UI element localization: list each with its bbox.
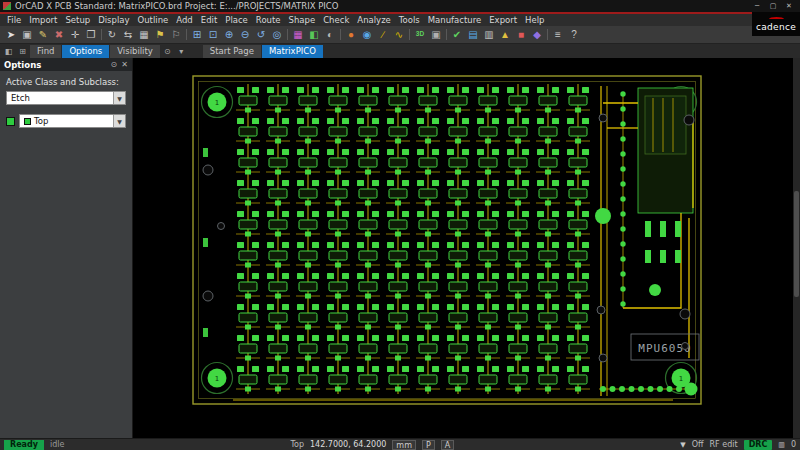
- menu-item-shape[interactable]: Shape: [285, 15, 320, 25]
- menu-item-route[interactable]: Route: [252, 15, 285, 25]
- menu-item-analyze[interactable]: Analyze: [353, 15, 395, 25]
- select-pointer-icon[interactable]: ➤: [3, 27, 19, 42]
- assign-color-icon[interactable]: ■: [513, 27, 529, 42]
- title-bar: OrCAD X PCB Standard: MatrixPICO.brd Pro…: [0, 0, 800, 12]
- color-dialog-icon: ▦: [293, 30, 302, 40]
- assign-color-icon: ■: [518, 30, 524, 40]
- shadow-mode-icon[interactable]: ◐: [322, 27, 338, 42]
- drc-badge[interactable]: DRC: [744, 440, 773, 450]
- menu-item-setup[interactable]: Setup: [61, 15, 94, 25]
- constraint-manager-icon[interactable]: ▤: [465, 27, 481, 42]
- vertical-scrollbar[interactable]: [793, 58, 800, 438]
- property-edit-icon[interactable]: ✎: [35, 27, 51, 42]
- panel-tab-options[interactable]: Options: [62, 45, 109, 58]
- menu-item-edit[interactable]: Edit: [197, 15, 221, 25]
- pcb-board[interactable]: 1111MPU6050: [133, 58, 793, 438]
- design-canvas[interactable]: 1111MPU6050: [133, 58, 793, 438]
- unrats-all-icon[interactable]: ●: [343, 27, 359, 42]
- zoom-points-icon[interactable]: ⊞: [189, 27, 205, 42]
- menu-item-check[interactable]: Check: [319, 15, 353, 25]
- units-button[interactable]: mm: [392, 440, 416, 450]
- svg-text:1: 1: [679, 375, 683, 383]
- options-panel-title: Options: [4, 60, 41, 70]
- rats-all-icon[interactable]: ◉: [359, 27, 375, 42]
- cursor-coordinates: 142.7000, 64.2000: [310, 440, 386, 449]
- close-panel-icon[interactable]: ✕: [121, 60, 128, 69]
- menu-item-manufacture[interactable]: Manufacture: [424, 15, 485, 25]
- filter-icon[interactable]: ▼: [680, 441, 685, 449]
- menu-item-display[interactable]: Display: [94, 15, 133, 25]
- help-icon: ?: [571, 30, 577, 40]
- redraw-icon[interactable]: ◎: [269, 27, 285, 42]
- scrollbar-thumb[interactable]: [794, 191, 799, 297]
- redraw-icon: ◎: [273, 30, 282, 40]
- selection-filter-icon[interactable]: ▣: [19, 27, 35, 42]
- pin-icon[interactable]: ⊙: [161, 45, 174, 58]
- ready-badge: Ready: [4, 440, 44, 450]
- zoom-out-icon[interactable]: ⊖: [237, 27, 253, 42]
- doc-tab-start-page[interactable]: Start Page: [203, 45, 261, 58]
- toolbar: ➤▣✎✖✛❐↻⇆▦⚑⚐⊞⊡⊕⊖↺◎▦◧◐●◉∕∿3D▣✔▤▥▲■◆≡?: [0, 26, 800, 44]
- dock-left-icon[interactable]: ◧: [2, 45, 15, 58]
- view-3d-icon[interactable]: 3D: [412, 27, 428, 42]
- p-button[interactable]: P: [422, 440, 435, 450]
- close-button[interactable]: ✕: [781, 1, 797, 12]
- shell-icon[interactable]: ▣: [428, 27, 444, 42]
- minimize-button[interactable]: ─: [749, 1, 765, 12]
- doc-tab-matrixpico[interactable]: MatrixPICO: [262, 45, 323, 58]
- tune-icon[interactable]: ◆: [529, 27, 545, 42]
- a-button[interactable]: A: [441, 440, 454, 450]
- waive-drc-icon[interactable]: ▲: [497, 27, 513, 42]
- reports-icon[interactable]: ▥: [481, 27, 497, 42]
- pin-icon[interactable]: ⊙: [111, 60, 118, 69]
- slide-icon[interactable]: ∿: [391, 27, 407, 42]
- mirror-icon[interactable]: ⇆: [120, 27, 136, 42]
- menu-item-help[interactable]: Help: [521, 15, 548, 25]
- menu-item-add[interactable]: Add: [172, 15, 196, 25]
- panel-menu-icon[interactable]: ▾: [175, 45, 188, 58]
- add-connect-icon[interactable]: ∕: [375, 27, 391, 42]
- rf-edit-button[interactable]: RF edit: [710, 440, 738, 449]
- layer-visibility-icon[interactable]: ◧: [306, 27, 322, 42]
- properties-list-icon[interactable]: ≡: [550, 27, 566, 42]
- cadence-logo: cadence: [752, 12, 800, 36]
- subclass-dropdown[interactable]: Top ▼: [19, 114, 126, 128]
- color-dialog-icon[interactable]: ▦: [290, 27, 306, 42]
- status-mode: idle: [50, 440, 64, 449]
- active-class-label: Active Class and Subclass:: [6, 77, 126, 87]
- delete-icon: ✖: [55, 30, 63, 40]
- maximize-button[interactable]: ▢: [765, 1, 781, 12]
- class-dropdown[interactable]: Etch ▼: [6, 91, 126, 105]
- workspace-icon[interactable]: ⊞: [16, 45, 29, 58]
- menu-item-import[interactable]: Import: [25, 15, 61, 25]
- move-icon[interactable]: ✛: [67, 27, 83, 42]
- help-icon[interactable]: ?: [566, 27, 582, 42]
- delete-icon[interactable]: ✖: [51, 27, 67, 42]
- fix-icon[interactable]: ▦: [136, 27, 152, 42]
- layer-color-swatch[interactable]: [6, 117, 15, 126]
- dehighlight-icon[interactable]: ⚐: [168, 27, 184, 42]
- highlight-icon[interactable]: ⚑: [152, 27, 168, 42]
- menu-item-export[interactable]: Export: [485, 15, 521, 25]
- status-count: 0: [791, 440, 796, 449]
- select-pointer-icon: ➤: [7, 30, 15, 40]
- mirror-icon: ⇆: [124, 30, 132, 40]
- filter-off-label[interactable]: Off: [692, 440, 704, 449]
- menu-item-file[interactable]: File: [3, 15, 25, 25]
- menu-item-tools[interactable]: Tools: [395, 15, 424, 25]
- slide-icon: ∿: [395, 30, 403, 40]
- zoom-fit-icon[interactable]: ⊡: [205, 27, 221, 42]
- dehighlight-icon: ⚐: [172, 30, 181, 40]
- menu-item-outline[interactable]: Outline: [134, 15, 173, 25]
- zoom-in-icon[interactable]: ⊕: [221, 27, 237, 42]
- panel-tab-visibility[interactable]: Visibility: [110, 45, 160, 58]
- layer-visibility-icon: ◧: [309, 30, 318, 40]
- toolbar-separator: [409, 29, 410, 40]
- menu-item-place[interactable]: Place: [221, 15, 252, 25]
- zoom-previous-icon[interactable]: ↺: [253, 27, 269, 42]
- drc-update-icon[interactable]: ✔: [449, 27, 465, 42]
- toolbar-separator: [101, 29, 102, 40]
- copy-icon[interactable]: ❐: [83, 27, 99, 42]
- rotate-icon[interactable]: ↻: [104, 27, 120, 42]
- panel-tab-find[interactable]: Find: [30, 45, 61, 58]
